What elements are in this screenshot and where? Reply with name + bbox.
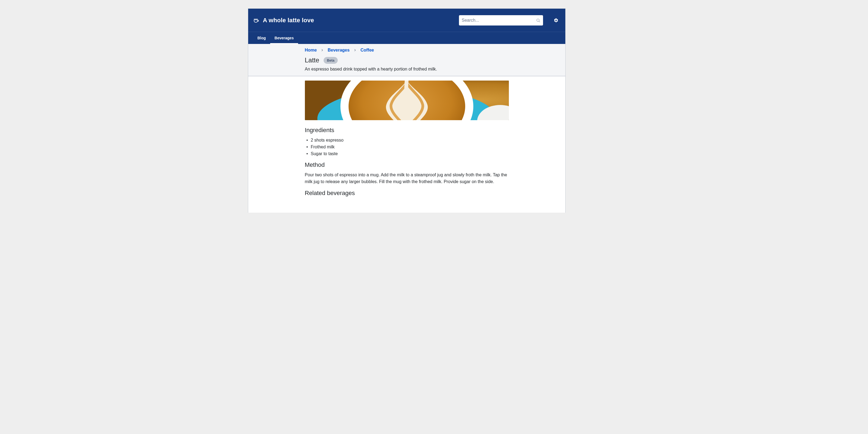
gear-icon [554, 18, 558, 23]
chevron-right-icon [321, 49, 324, 52]
site-title: A whole latte love [263, 17, 314, 24]
page-description: An espresso based drink topped with a he… [305, 67, 509, 72]
global-search[interactable] [459, 15, 543, 26]
method-heading: Method [305, 161, 509, 168]
list-item: Sugar to taste [305, 151, 509, 157]
breadcrumb-item-coffee[interactable]: Coffee [361, 48, 374, 53]
breadcrumb-item-beverages[interactable]: Beverages [328, 48, 350, 53]
settings-button[interactable] [552, 16, 560, 25]
hero-image-latte [305, 81, 509, 120]
global-header: A whole latte love [248, 9, 565, 32]
search-input[interactable] [462, 18, 536, 23]
coffee-cup-icon [253, 18, 259, 23]
breadcrumb: Home Beverages Coffee [305, 48, 509, 53]
site-brand[interactable]: A whole latte love [253, 17, 314, 24]
page-title: Latte [305, 56, 319, 64]
search-icon [536, 18, 540, 23]
method-body: Pour two shots of espresso into a mug. A… [305, 172, 509, 185]
page-header: Home Beverages Coffee Latte Beta An espr… [248, 44, 565, 76]
related-heading: Related beverages [305, 190, 509, 197]
nav-item-label: Beverages [275, 36, 294, 40]
status-badge: Beta [323, 57, 338, 64]
nav-item-blog[interactable]: Blog [253, 32, 270, 44]
list-item: Frothed milk [305, 144, 509, 151]
ingredients-heading: Ingredients [305, 127, 509, 134]
nav-item-beverages[interactable]: Beverages [270, 32, 298, 44]
horizontal-nav: Blog Beverages [248, 32, 565, 44]
list-item: 2 shots espresso [305, 137, 509, 144]
app-frame: A whole latte love [248, 8, 565, 213]
svg-line-1 [539, 21, 540, 22]
ingredients-list: 2 shots espresso Frothed milk Sugar to t… [305, 137, 509, 157]
main-content: Ingredients 2 shots espresso Frothed mil… [248, 76, 565, 213]
chevron-right-icon [353, 49, 357, 52]
breadcrumb-item-home[interactable]: Home [305, 48, 317, 53]
nav-item-label: Blog [257, 36, 266, 40]
